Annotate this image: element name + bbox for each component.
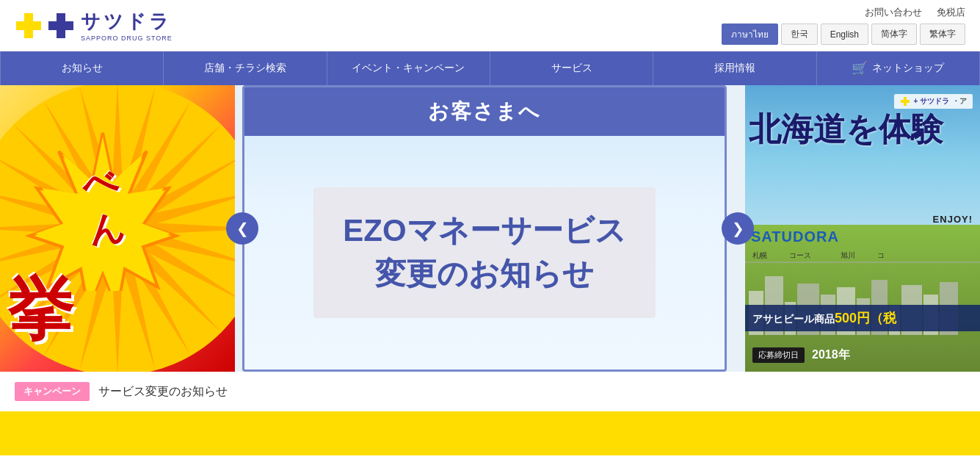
satudora-large-text: SATUDORA [751, 228, 839, 245]
logo-area: サツドラ SAPPORO DRUG STORE [15, 9, 173, 42]
logo-crosses [15, 12, 75, 40]
nav-bar: お知らせ 店舗・チラシ検索 イベント・キャンペーン サービス 採用情報 🛒 ネッ… [0, 51, 980, 85]
slide-body: EZOマネーサービス 変更のお知らせ [244, 136, 725, 369]
nav-news[interactable]: お知らせ [0, 51, 164, 85]
cart-icon: 🛒 [852, 60, 868, 76]
hokkaido-text: 北海道を体験 [749, 111, 943, 148]
slide-header-bar: お客さまへ [244, 87, 725, 136]
nav-events[interactable]: イベント・キャンペーン [327, 51, 490, 85]
prev-button[interactable]: ❮ [226, 212, 258, 245]
logo-katakana: サツドラ [81, 9, 173, 35]
header-links: お問い合わせ 免税店 [865, 6, 965, 19]
logo-sub: SAPPORO DRUG STORE [81, 35, 173, 42]
next-arrow-icon: ❯ [732, 220, 744, 237]
deadline-area: 応募締切日 2018年 [752, 347, 850, 363]
slide-right-bg: + サツドラ ・ア 北海道を体験 ENJOY! SATUDORA 札幌コース旭川… [745, 85, 980, 372]
lang-simplified[interactable]: 简体字 [871, 24, 917, 45]
mini-cross-icon [900, 96, 910, 107]
prev-arrow-icon: ❮ [236, 220, 249, 237]
notice-title-line2: 変更のお知らせ [375, 256, 594, 291]
lang-buttons: ภาษาไทย 한국 English 简体字 繁体字 [722, 24, 965, 45]
prize-text: 500円（税 [835, 311, 896, 325]
slide-left: .ray{transform-origin:200px 200px;} [0, 85, 235, 372]
nav-services[interactable]: サービス [490, 51, 653, 85]
cross-icon-1 [15, 12, 43, 40]
cross-icon-2 [47, 12, 75, 40]
svg-rect-32 [901, 100, 910, 103]
lang-traditional[interactable]: 繁体字 [920, 24, 965, 45]
enjoy-text: ENJOY! [933, 214, 973, 225]
lang-korean[interactable]: 한국 [781, 24, 818, 45]
svg-rect-1 [16, 21, 41, 30]
netshop-label: ネットショップ [872, 62, 944, 75]
nav-netshop[interactable]: 🛒 ネットショップ [817, 51, 980, 85]
svg-rect-3 [48, 21, 73, 30]
header-right: お問い合わせ 免税店 ภาษาไทย 한국 English 简体字 繁体字 [722, 6, 965, 45]
satudora-top-banner: + サツドラ ・ア [894, 94, 973, 109]
sale-left-text: 挙 [7, 276, 73, 342]
notice-title: EZOマネーサービス 変更のお知らせ [343, 209, 625, 296]
asahi-banner: アサヒビール商品500円（税 [745, 305, 980, 331]
logo-text: サツドラ SAPPORO DRUG STORE [81, 9, 173, 42]
slider-container: .ray{transform-origin:200px 200px;} [0, 85, 980, 372]
bottom-strip [0, 411, 980, 455]
deadline-badge: 応募締切日 [752, 347, 805, 363]
slide-center: お客さまへ EZOマネーサービス 変更のお知らせ [242, 85, 727, 372]
nav-recruitment[interactable]: 採用情報 [653, 51, 816, 85]
contact-link[interactable]: お問い合わせ [865, 6, 922, 19]
nav-items: お知らせ 店舗・チラシ検索 イベント・キャンペーン サービス 採用情報 🛒 ネッ… [0, 51, 980, 85]
caption-text: サービス変更のお知らせ [98, 384, 228, 400]
asahi-text: アサヒビール商品 [752, 313, 835, 325]
lang-english[interactable]: English [821, 24, 868, 45]
year-text: 2018年 [812, 347, 850, 363]
caption-area: キャンペーン サービス変更のお知らせ [0, 372, 980, 411]
header: サツドラ SAPPORO DRUG STORE お問い合わせ 免税店 ภาษาไ… [0, 0, 980, 51]
campaign-badge: キャンペーン [15, 382, 90, 401]
slide-header-text: お客さまへ [428, 100, 541, 123]
tax-free-link[interactable]: 免税店 [937, 6, 965, 19]
notice-box: EZOマネーサービス 変更のお知らせ [313, 187, 655, 318]
lang-thai[interactable]: ภาษาไทย [722, 24, 778, 45]
slide-right: + サツドラ ・ア 北海道を体験 ENJOY! SATUDORA 札幌コース旭川… [745, 85, 980, 372]
next-button[interactable]: ❯ [722, 212, 754, 245]
nav-store[interactable]: 店舗・チラシ検索 [164, 51, 327, 85]
map-labels: 札幌コース旭川コ [752, 250, 885, 261]
notice-title-line1: EZOマネーサービス [343, 213, 625, 248]
